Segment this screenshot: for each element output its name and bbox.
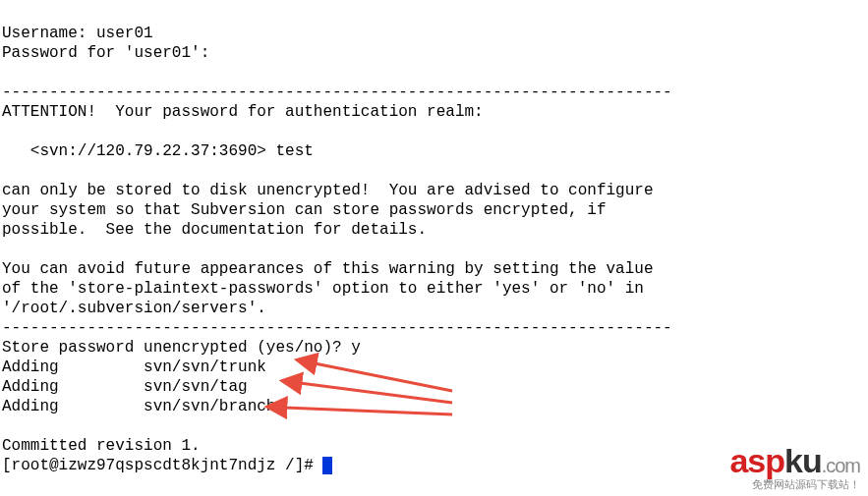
password-prompt: Password for 'user01': <box>2 44 209 62</box>
watermark-domain: .com <box>822 455 860 476</box>
adding-line-branch: Adding svn/svn/branch <box>2 398 275 415</box>
attention-line: ATTENTION! Your password for authenticat… <box>2 103 484 121</box>
svn-realm: <svn://120.79.22.37:3690> test <box>2 142 314 160</box>
watermark-logo: aspku.com <box>729 444 860 477</box>
username-value: user01 <box>96 25 153 42</box>
watermark-tagline: 免费网站源码下载站！ <box>729 479 860 490</box>
divider: ----------------------------------------… <box>2 319 672 337</box>
shell-prompt: [root@izwz97qspscdt8kjnt7ndjz /]# <box>2 457 322 474</box>
committed-line: Committed revision 1. <box>2 437 201 455</box>
adding-line-tag: Adding svn/svn/tag <box>2 378 248 396</box>
avoid-line: '/root/.subversion/servers'. <box>2 300 266 317</box>
avoid-line: of the 'store-plaintext-passwords' optio… <box>2 280 644 298</box>
store-answer[interactable]: y <box>351 339 361 357</box>
terminal-cursor[interactable] <box>322 457 332 474</box>
watermark-brand-red: asp <box>729 442 784 479</box>
username-label: Username: <box>2 25 96 42</box>
adding-line-trunk: Adding svn/svn/trunk <box>2 358 266 376</box>
watermark: aspku.com 免费网站源码下载站！ <box>729 444 860 490</box>
store-prompt: Store password unencrypted (yes/no)? <box>2 339 351 357</box>
avoid-line: You can avoid future appearances of this… <box>2 260 654 278</box>
warning-line: your system so that Subversion can store… <box>2 201 607 219</box>
warning-line: can only be stored to disk unencrypted! … <box>2 182 654 199</box>
watermark-brand-black: ku <box>784 442 822 479</box>
terminal-output: Username: user01 Password for 'user01': … <box>0 0 868 479</box>
divider: ----------------------------------------… <box>2 83 672 101</box>
warning-line: possible. See the documentation for deta… <box>2 221 427 239</box>
